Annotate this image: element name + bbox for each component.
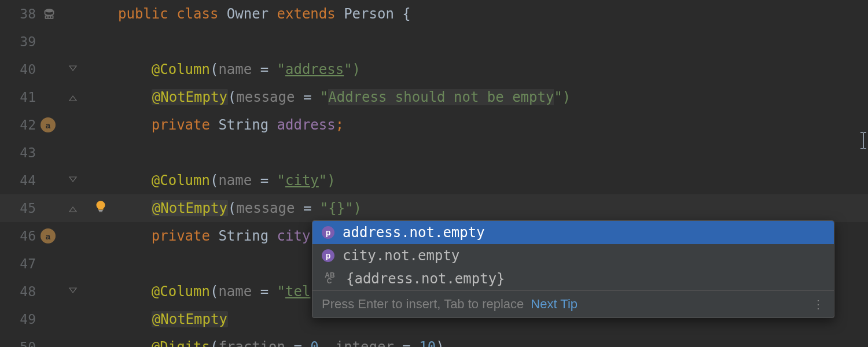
code-line[interactable]: 38 public class Owner extends Person { bbox=[0, 0, 868, 28]
intention-bulb-icon[interactable] bbox=[94, 200, 107, 216]
text-icon: AB C bbox=[322, 272, 338, 285]
fold-toggle-icon[interactable] bbox=[68, 93, 78, 102]
code-text[interactable]: @Digits(fraction = 0, integer = 10) bbox=[118, 339, 444, 347]
code-line[interactable]: 42a private String address; bbox=[0, 111, 868, 139]
property-icon: p bbox=[322, 226, 334, 239]
svg-rect-5 bbox=[99, 210, 103, 211]
code-text[interactable]: @NotEmpty(message = "{}") bbox=[118, 200, 362, 216]
fold-toggle-icon[interactable] bbox=[68, 287, 78, 296]
code-line[interactable]: 50 @Digits(fraction = 0, integer = 10) bbox=[0, 333, 868, 347]
fold-toggle-icon[interactable] bbox=[68, 176, 78, 185]
next-tip-link[interactable]: Next Tip bbox=[531, 297, 578, 312]
fold-toggle-icon[interactable] bbox=[68, 204, 78, 213]
completion-label: {address.not.empty} bbox=[346, 271, 505, 287]
code-text[interactable]: @NotEmpty(message = "Address should not … bbox=[118, 89, 571, 105]
code-text[interactable]: public class Owner extends Person { bbox=[118, 6, 411, 22]
database-icon[interactable] bbox=[42, 8, 57, 20]
completion-footer: Press Enter to insert, Tab to replace Ne… bbox=[312, 290, 834, 318]
svg-point-0 bbox=[45, 9, 54, 12]
property-icon: p bbox=[322, 249, 334, 262]
completion-label: city.not.empty bbox=[343, 248, 459, 264]
svg-rect-4 bbox=[51, 16, 53, 18]
line-number: 40 bbox=[20, 62, 36, 77]
completion-hint: Press Enter to insert, Tab to replace bbox=[322, 297, 524, 312]
code-text[interactable]: @Column(name = "city") bbox=[118, 172, 336, 189]
code-line[interactable]: 41 @NotEmpty(message = "Address should n… bbox=[0, 83, 868, 111]
line-number: 45 bbox=[20, 201, 36, 216]
completion-popup[interactable]: p address.not.empty p city.not.empty AB … bbox=[312, 220, 834, 318]
fold-toggle-icon[interactable] bbox=[68, 65, 78, 74]
completion-label: address.not.empty bbox=[343, 224, 485, 241]
code-text[interactable]: @NotEmpty bbox=[118, 311, 228, 327]
code-line[interactable]: 40 @Column(name = "address") bbox=[0, 56, 868, 83]
code-line-current[interactable]: 45 @NotEmpty(message = "{}") bbox=[0, 194, 868, 222]
completion-item[interactable]: p address.not.empty bbox=[312, 221, 834, 244]
code-text[interactable]: @Column(name = "address") bbox=[118, 61, 361, 77]
line-number: 46 bbox=[20, 228, 36, 243]
line-number: 39 bbox=[20, 34, 36, 49]
more-icon[interactable]: ⋮ bbox=[812, 297, 825, 311]
author-badge-icon[interactable]: a bbox=[41, 228, 56, 243]
svg-rect-6 bbox=[99, 212, 102, 212]
line-number: 38 bbox=[20, 6, 36, 21]
code-line[interactable]: 43 bbox=[0, 139, 868, 167]
code-line[interactable]: 44 @Column(name = "city") bbox=[0, 167, 868, 194]
svg-rect-3 bbox=[49, 16, 50, 18]
line-number: 48 bbox=[20, 284, 36, 299]
line-number: 43 bbox=[20, 145, 36, 160]
line-number: 47 bbox=[20, 256, 36, 271]
line-number: 49 bbox=[20, 312, 36, 327]
author-badge-icon[interactable]: a bbox=[41, 117, 56, 132]
line-number: 44 bbox=[20, 173, 36, 188]
completion-item[interactable]: p city.not.empty bbox=[312, 244, 834, 267]
text-cursor-icon bbox=[860, 132, 867, 149]
code-text[interactable]: private String city bbox=[118, 228, 310, 244]
line-number: 41 bbox=[20, 90, 36, 105]
line-number: 42 bbox=[20, 117, 36, 132]
gutter[interactable]: 38 bbox=[0, 6, 62, 21]
completion-item[interactable]: AB C {address.not.empty} bbox=[312, 267, 834, 290]
line-number: 50 bbox=[20, 339, 36, 347]
code-line[interactable]: 39 bbox=[0, 28, 868, 56]
code-text[interactable]: private String address; bbox=[118, 117, 344, 133]
code-text[interactable]: @Column(name = "tel bbox=[118, 283, 310, 300]
svg-rect-2 bbox=[46, 16, 47, 18]
